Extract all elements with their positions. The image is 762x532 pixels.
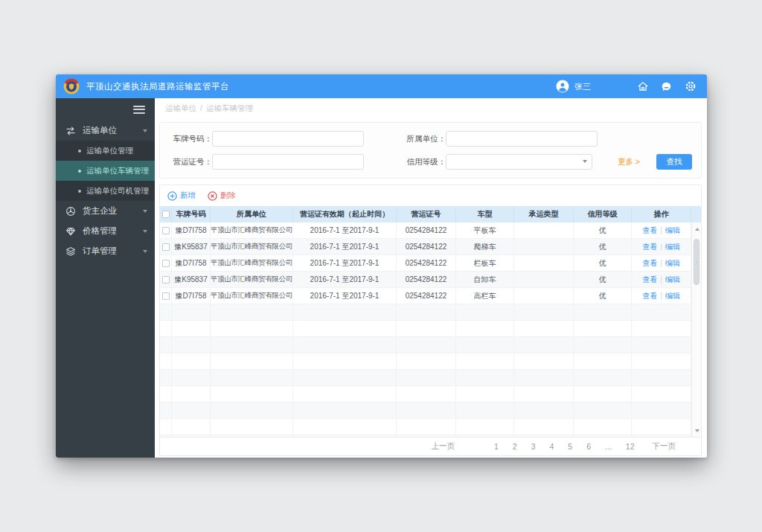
edit-link[interactable]: 编辑: [665, 242, 680, 252]
operation-cert-input[interactable]: [212, 154, 364, 170]
more-filters-link[interactable]: 更多 >: [618, 157, 640, 167]
add-button[interactable]: 新增: [167, 190, 196, 201]
empty-cell: [514, 419, 574, 435]
scroll-down-arrow-icon[interactable]: [692, 426, 701, 435]
delete-button[interactable]: 删除: [208, 190, 236, 201]
message-icon[interactable]: [660, 80, 673, 93]
breadcrumb-parent[interactable]: 运输单位: [165, 103, 196, 112]
sidebar-subitem-unit-management[interactable]: 运输单位管理: [56, 141, 155, 161]
sidebar-subitem-label: 运输单位车辆管理: [86, 166, 149, 176]
view-link[interactable]: 查看: [642, 291, 657, 301]
sidebar-item-transport-unit[interactable]: 运输单位: [56, 121, 155, 141]
bullet-icon: [78, 150, 81, 153]
pagination-page-1[interactable]: 1: [494, 442, 499, 451]
empty-cell: [211, 370, 293, 385]
row-checkbox[interactable]: [162, 243, 170, 251]
table-row-empty: [160, 419, 691, 435]
carry-type-cell: [514, 239, 574, 254]
table-body: 豫D7I758平顶山市汇峰商贸有限公司2016-7-1 至2017-9-1025…: [160, 222, 701, 437]
sidebar-item-order-management[interactable]: 订单管理: [56, 241, 155, 261]
view-link[interactable]: 查看: [642, 275, 657, 285]
pagination-page-12[interactable]: 12: [626, 442, 635, 451]
pagination-page-5[interactable]: 5: [568, 442, 572, 451]
scroll-up-arrow-icon[interactable]: [692, 224, 701, 234]
hamburger-menu-icon[interactable]: [133, 103, 145, 115]
validity-cell: 2016-7-1 至2017-9-1: [293, 288, 397, 304]
carry-type-cell: [514, 272, 574, 287]
view-link[interactable]: 查看: [642, 242, 657, 252]
select-all-checkbox[interactable]: [162, 211, 170, 218]
owner-company-input[interactable]: [446, 131, 598, 147]
sidebar-subitem-unit-vehicle-management[interactable]: 运输单位车辆管理: [56, 161, 155, 181]
empty-cell: [632, 370, 691, 385]
credit-rating-select-value[interactable]: [446, 154, 592, 170]
sidebar: 运输单位运输单位管理运输单位车辆管理运输单位司机管理货主企业价格管理订单管理: [56, 98, 155, 458]
vertical-scrollbar[interactable]: [691, 222, 701, 437]
layers-icon: [65, 246, 76, 257]
edit-link[interactable]: 编辑: [665, 225, 680, 236]
carry-type-cell: [514, 255, 574, 271]
app-body: 运输单位运输单位管理运输单位车辆管理运输单位司机管理货主企业价格管理订单管理 运…: [56, 98, 707, 458]
pagination-page-4[interactable]: 4: [550, 442, 554, 451]
company-cell: 平顶山市汇峰商贸有限公司: [211, 222, 293, 238]
empty-cell: [514, 321, 574, 336]
sidebar-subitem-label: 运输单位管理: [86, 146, 133, 156]
edit-link[interactable]: 编辑: [665, 258, 680, 269]
edit-link[interactable]: 编辑: [665, 291, 680, 301]
table-toolbar: 新增 删除: [160, 185, 701, 206]
pagination: 上一页123456...12下一页: [160, 437, 701, 455]
user-name[interactable]: 张三: [574, 81, 591, 92]
empty-cell: [160, 337, 172, 353]
empty-cell: [574, 370, 632, 385]
desktop-background: { "colors": { "accent": "#3e9af5", "oran…: [0, 0, 762, 532]
empty-cell: [397, 435, 456, 437]
carry-type-cell: [514, 288, 574, 304]
row-checkbox-cell: [160, 222, 172, 238]
row-checkbox[interactable]: [162, 260, 170, 267]
empty-cell: [456, 353, 514, 369]
pagination-next[interactable]: 下一页: [653, 441, 676, 452]
row-checkbox[interactable]: [162, 276, 170, 283]
sidebar-subitem-unit-driver-management[interactable]: 运输单位司机管理: [56, 181, 155, 201]
empty-cell: [397, 353, 456, 369]
row-checkbox[interactable]: [162, 227, 170, 234]
empty-cell: [160, 321, 172, 336]
credit-cell: 优: [574, 288, 632, 304]
credit-rating-select[interactable]: [446, 154, 592, 170]
empty-cell: [574, 353, 632, 369]
empty-cell: [211, 353, 293, 369]
sidebar-item-price-management[interactable]: 价格管理: [56, 221, 155, 241]
column-header: 营运证有效期（起止时间）: [293, 206, 397, 222]
empty-cell: [397, 370, 456, 385]
scrollbar-thumb[interactable]: [694, 239, 699, 285]
table-row-empty: [160, 403, 691, 419]
view-link[interactable]: 查看: [642, 258, 657, 269]
row-checkbox[interactable]: [162, 292, 170, 300]
home-icon[interactable]: [636, 80, 649, 93]
actions-cell: 查看|编辑: [632, 222, 691, 238]
empty-cell: [397, 321, 456, 336]
credit-cell: 优: [574, 239, 632, 254]
view-link[interactable]: 查看: [642, 225, 657, 236]
plate-number-input[interactable]: [212, 131, 364, 147]
search-button[interactable]: 查找: [656, 154, 692, 170]
empty-cell: [397, 304, 456, 320]
pagination-page-6[interactable]: 6: [586, 442, 591, 451]
pagination-prev[interactable]: 上一页: [431, 441, 455, 452]
column-header: 信用等级: [574, 206, 632, 222]
empty-cell: [293, 370, 397, 385]
action-separator: |: [660, 243, 662, 251]
empty-cell: [172, 321, 211, 336]
validity-cell: 2016-7-1 至2017-9-1: [293, 239, 397, 254]
pagination-page-2[interactable]: 2: [513, 442, 517, 451]
pagination-page-3[interactable]: 3: [531, 442, 536, 451]
user-avatar-icon[interactable]: [556, 80, 569, 93]
carry-type-cell: [514, 222, 574, 238]
gear-icon[interactable]: [684, 80, 697, 93]
edit-link[interactable]: 编辑: [665, 275, 680, 285]
empty-cell: [397, 386, 456, 402]
empty-cell: [160, 304, 172, 320]
empty-cell: [172, 435, 211, 437]
sidebar-item-cargo-owner[interactable]: 货主企业: [56, 201, 155, 221]
company-cell: 平顶山市汇峰商贸有限公司: [211, 239, 293, 254]
